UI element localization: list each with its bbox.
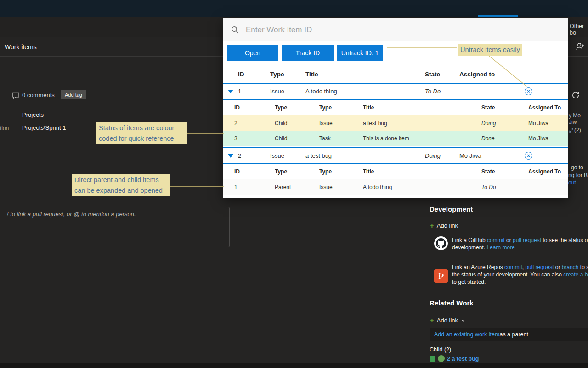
refresh-icon[interactable] [571, 91, 580, 101]
work-item-type-icon [430, 356, 435, 362]
cell-rel: Child [275, 135, 319, 142]
related-item-row[interactable]: 3 Child Task This is a done item Done Mo… [223, 131, 568, 146]
comments-count[interactable]: 0 comments [22, 92, 55, 98]
child-group-label: Child (2) [430, 346, 451, 353]
gh-learn-more-link[interactable]: Learn more [486, 244, 514, 251]
iteration-label-cut: tion [0, 125, 9, 132]
untrack-icon[interactable]: × [525, 152, 532, 160]
sub-col-rel: Type [275, 168, 319, 175]
gh-text: or [505, 237, 513, 243]
cut-text-link[interactable]: out [568, 179, 576, 186]
related-item-row[interactable]: 1 Parent Issue A todo thing To Do [223, 179, 568, 195]
related-work-add-link[interactable]: + Add link [430, 316, 465, 324]
area-field-value[interactable]: Projects [22, 111, 44, 118]
link-icon [568, 127, 574, 136]
cell-id: 1 [234, 184, 275, 190]
discussion-placeholder: ! to link a pull request, or @ to mentio… [7, 211, 136, 218]
development-section-title: Development [430, 205, 473, 213]
github-link-description: Link a GitHub commit or pull request to … [452, 236, 588, 251]
comment-icon [12, 92, 20, 101]
cell-title: a test bug [363, 120, 481, 126]
az-branch-link[interactable]: branch [562, 264, 579, 270]
related-item-row[interactable]: 2 Child Issue a test bug Doing Mo Jiwa [223, 115, 568, 131]
gh-text: to see the status o [541, 237, 588, 243]
discussion-input[interactable]: ! to link a pull request, or @ to mentio… [0, 207, 230, 247]
gh-commit-link[interactable]: commit [487, 237, 505, 243]
col-header-title: Title [305, 71, 425, 78]
cell-state: Doing [481, 120, 528, 126]
window-top-bar [0, 0, 588, 17]
track-id-button[interactable]: Track ID [282, 45, 334, 61]
cell-id: 2 [238, 152, 270, 159]
bottom-bar [0, 363, 588, 368]
other-boards-label[interactable]: Other bo [570, 23, 588, 36]
cell-type: Issue [270, 152, 305, 159]
chevron-down-icon [461, 316, 465, 324]
sub-col-assigned: Assigned To [528, 168, 568, 175]
results-header-row: ID Type Title State Assigned to [223, 66, 568, 82]
work-item-id-input[interactable] [246, 25, 568, 34]
cell-assigned: Mo Jiwa [459, 152, 525, 159]
tracked-item-row[interactable]: 2 Issue a test bug Doing Mo Jiwa × [223, 148, 568, 163]
expand-caret-icon[interactable] [223, 154, 238, 158]
cell-rel: Child [275, 120, 319, 126]
cell-id: 2 [234, 120, 275, 126]
search-bar [223, 18, 568, 41]
add-link-label: Add link [437, 222, 458, 229]
gh-pr-link[interactable]: pull request [513, 237, 541, 243]
az-pr-link[interactable]: pull request [525, 264, 554, 270]
cell-type: Issue [319, 184, 363, 190]
untrack-icon[interactable]: × [525, 87, 532, 95]
cell-title: A todo thing [305, 88, 425, 95]
add-existing-work-item-row[interactable]: Add an existing work item as a parent [430, 328, 588, 341]
cut-text-1: go to [571, 164, 583, 171]
sub-col-id: ID [234, 104, 275, 111]
cell-type: Task [319, 135, 363, 142]
azure-repos-icon [434, 269, 448, 283]
iteration-field-value[interactable]: Projects\Sprint 1 [22, 124, 66, 131]
sub-col-title: Title [363, 168, 481, 175]
development-add-link[interactable]: + Add link [430, 222, 458, 229]
untrack-id-button[interactable]: Untrack ID: 1 [337, 45, 383, 61]
col-header-type: Type [270, 71, 305, 78]
related-work-section-title: Related Work [430, 299, 474, 307]
sub-col-title: Title [363, 104, 481, 111]
cell-title: a test bug [305, 152, 425, 159]
az-text: to s [579, 264, 588, 270]
assigned-by-cut-text: y Mo Jiw [569, 112, 588, 125]
link-count: (2) [574, 127, 581, 133]
search-icon [231, 25, 239, 34]
breadcrumb-work-items[interactable]: Work items [5, 43, 37, 51]
az-create-branch-link[interactable]: create a b [563, 271, 588, 278]
cell-title: A todo thing [363, 184, 481, 190]
expand-caret-icon[interactable] [223, 90, 238, 93]
cell-id: 1 [238, 88, 270, 95]
col-header-id: ID [238, 71, 270, 78]
azure-repos-link-description: Link an Azure Repos commit, pull request… [452, 264, 588, 286]
open-button[interactable]: Open [227, 45, 278, 61]
cell-type: Issue [270, 88, 305, 95]
child-work-item-link[interactable]: 2 a test bug [447, 356, 479, 362]
annotation-expand: Direct parent and child items can be exp… [72, 174, 170, 196]
az-text: or [554, 264, 561, 270]
col-header-state: State [425, 71, 459, 78]
cell-title: This is a done item [363, 135, 481, 142]
sub-header-row: ID Type Type Title State Assigned To [223, 100, 568, 115]
sub-header-row: ID Type Type Title State Assigned To [223, 164, 568, 179]
sub-col-type: Type [319, 104, 363, 111]
az-commit-link[interactable]: commit [504, 264, 522, 270]
gh-text: development. [452, 244, 486, 251]
child-work-item-row[interactable]: 2 a test bug [430, 355, 479, 362]
cell-assigned: Mo Jiwa [528, 135, 568, 142]
github-icon [434, 236, 448, 250]
cell-rel: Parent [275, 184, 319, 190]
cell-state: Done [481, 135, 528, 142]
add-tag-button[interactable]: Add tag [61, 90, 86, 99]
tracked-item-row[interactable]: 1 Issue A todo thing To Do × [223, 84, 568, 99]
sub-col-id: ID [234, 168, 275, 175]
add-existing-link[interactable]: Add an existing work item [434, 331, 499, 338]
az-text: to get started. [452, 279, 486, 285]
cell-state: To Do [425, 88, 459, 95]
az-text: the status of your development. You can … [452, 271, 563, 278]
add-person-icon[interactable] [575, 41, 585, 53]
